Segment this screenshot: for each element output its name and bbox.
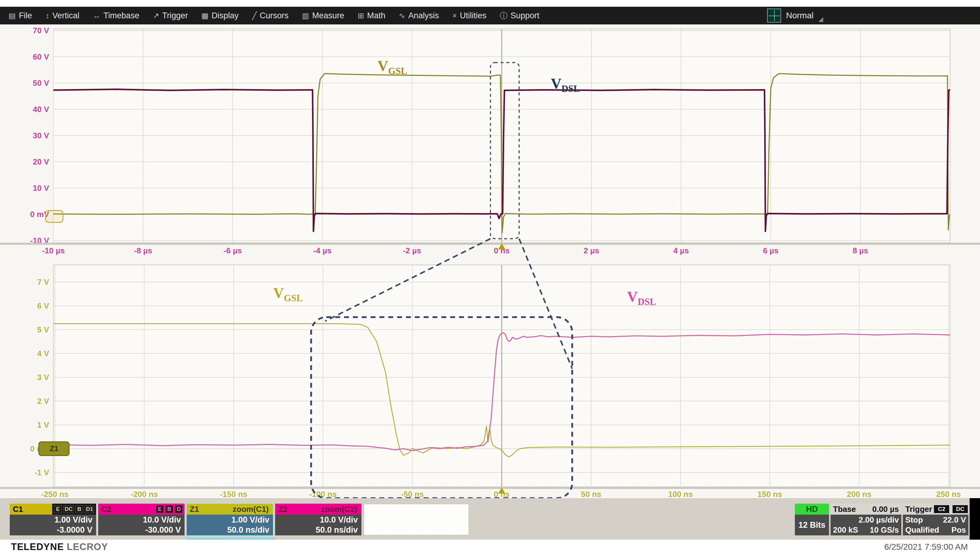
z2-label: Z2 bbox=[275, 505, 287, 514]
trigger-header: Trigger C2DC bbox=[903, 504, 969, 515]
c1-badge-d1: D1 bbox=[85, 505, 94, 513]
menu-analysis[interactable]: ∿Analysis bbox=[399, 11, 439, 21]
menu-label: Cursors bbox=[259, 11, 288, 21]
analysis-icon: ∿ bbox=[399, 11, 406, 20]
menu-label: Timebase bbox=[103, 11, 139, 21]
menu-support[interactable]: ⓘSupport bbox=[500, 11, 539, 21]
timebase-box[interactable]: Tbase 0.00 µs 2.00 µs/div 200 kS 10 GS/s bbox=[830, 504, 901, 535]
hd-label: HD bbox=[795, 504, 829, 515]
trace-label-vdsl-main: VDSL bbox=[551, 75, 580, 94]
vertical-icon: ↕ bbox=[45, 11, 49, 20]
c1-badges: EDCBD1 bbox=[52, 504, 96, 515]
c2-body: 10.0 V/div -30.000 V bbox=[98, 515, 185, 535]
hd-bits: 12 Bits bbox=[795, 515, 829, 535]
z1-selection-underline bbox=[187, 538, 275, 540]
empty-descriptor-slot[interactable] bbox=[364, 504, 469, 535]
c2-volts-per-div: 10.0 V/div bbox=[143, 515, 181, 525]
c2-badge-e: E bbox=[156, 505, 164, 513]
zoom-trace-zero-marker[interactable]: Z1 bbox=[38, 441, 70, 456]
z2-volts-per-div: 10.0 V/div bbox=[320, 515, 358, 525]
display-icon: ▦ bbox=[201, 11, 208, 20]
trigger-box[interactable]: Trigger C2DC Stop 22.0 V Qualified Pos bbox=[903, 504, 969, 535]
c1-offset: -3.0000 V bbox=[57, 525, 92, 535]
menu-vertical[interactable]: ↕Vertical bbox=[45, 11, 79, 21]
z1-body: 1.00 V/div 50.0 ns/div bbox=[187, 515, 273, 535]
trace-label-vdsl-zoom: VDSL bbox=[627, 288, 656, 307]
menu-display[interactable]: ▦Display bbox=[201, 11, 239, 21]
display-mode-button[interactable]: Normal bbox=[767, 7, 823, 24]
measure-icon: ▥ bbox=[302, 11, 309, 20]
tbase-scale: 2.00 µs/div bbox=[859, 515, 899, 525]
descriptor-box-z1[interactable]: Z1 zoom(C1) 1.00 V/div 50.0 ns/div bbox=[187, 504, 273, 535]
z2-function: zoom(C2) bbox=[321, 505, 361, 514]
menu-label: Trigger bbox=[162, 11, 188, 21]
display-mode-label: Normal bbox=[786, 11, 813, 21]
hd-mode-box[interactable]: HD 12 Bits bbox=[795, 504, 829, 535]
c2-badge-b: B bbox=[165, 505, 173, 513]
status-bar: C1 EDCBD1 1.00 V/div -3.0000 V C2 EBD 10… bbox=[0, 498, 980, 540]
z1-time-per-div: 50.0 ns/div bbox=[227, 525, 269, 535]
z1-label: Z1 bbox=[187, 505, 199, 514]
menu-trigger[interactable]: ↗Trigger bbox=[153, 11, 188, 21]
descriptor-box-z2[interactable]: Z2 zoom(C2) 10.0 V/div 50.0 ns/div bbox=[275, 504, 361, 535]
trigger-mode: Stop bbox=[905, 515, 923, 525]
utilities-icon: × bbox=[452, 11, 457, 20]
brand-logo: TELEDYNE LECROY bbox=[11, 541, 108, 552]
descriptor-box-c2[interactable]: C2 EBD 10.0 V/div -30.000 V bbox=[98, 504, 185, 535]
c1-volts-per-div: 1.00 V/div bbox=[54, 515, 92, 525]
tbase-body: 2.00 µs/div 200 kS 10 GS/s bbox=[830, 515, 901, 535]
menu-utilities[interactable]: ×Utilities bbox=[452, 11, 487, 21]
trigger-badge-dc: DC bbox=[953, 505, 968, 513]
trace-label-vgsl-zoom: VGSL bbox=[273, 284, 303, 304]
file-icon: ▤ bbox=[8, 11, 16, 20]
menu-label: Support bbox=[511, 11, 539, 21]
menu-label: Display bbox=[212, 11, 239, 21]
c2-header: C2 EBD bbox=[98, 504, 185, 515]
trigger-badge-c2: C2 bbox=[934, 505, 949, 513]
c2-badges: EBD bbox=[154, 504, 185, 515]
menu-timebase[interactable]: ↔Timebase bbox=[93, 11, 139, 21]
menu-label: Analysis bbox=[409, 11, 439, 21]
footer-bar: TELEDYNE LECROY 6/25/2021 7:59:00 AM bbox=[0, 540, 980, 554]
top-margin bbox=[0, 0, 980, 7]
brand-lecroy: LECROY bbox=[67, 541, 108, 552]
c2-offset: -30.000 V bbox=[145, 525, 181, 535]
timebase-icon: ↔ bbox=[93, 11, 100, 20]
support-icon: ⓘ bbox=[500, 11, 508, 21]
waveform-display-area[interactable] bbox=[0, 24, 980, 498]
c1-badge-e: E bbox=[54, 505, 62, 513]
z2-header: Z2 zoom(C2) bbox=[275, 504, 361, 515]
c2-label: C2 bbox=[98, 505, 111, 514]
trigger-badges: C2DC bbox=[932, 504, 968, 515]
c1-header: C1 EDCBD1 bbox=[10, 504, 96, 515]
trigger-type: Qualified bbox=[905, 525, 939, 535]
timestamp: 6/25/2021 7:59:00 AM bbox=[884, 542, 968, 552]
c1-label: C1 bbox=[10, 505, 23, 514]
menu-cursors[interactable]: ╱Cursors bbox=[252, 11, 288, 21]
menu-file[interactable]: ▤File bbox=[8, 11, 32, 21]
tbase-samples: 200 kS bbox=[833, 525, 858, 535]
cursors-icon: ╱ bbox=[252, 11, 256, 20]
menu-math[interactable]: ⊞Math bbox=[358, 11, 385, 21]
z2-body: 10.0 V/div 50.0 ns/div bbox=[275, 515, 361, 535]
chevron-corner-icon bbox=[818, 17, 823, 22]
brand-teledyne: TELEDYNE bbox=[11, 541, 64, 552]
menu-bar: ▤File↕Vertical↔Timebase↗Trigger▦Display╱… bbox=[0, 7, 980, 24]
trigger-icon: ↗ bbox=[153, 11, 159, 20]
grid-icon bbox=[767, 8, 781, 22]
trigger-label: Trigger bbox=[905, 505, 932, 514]
c1-body: 1.00 V/div -3.0000 V bbox=[10, 515, 96, 535]
z1-volts-per-div: 1.00 V/div bbox=[231, 515, 269, 525]
menu-label: File bbox=[19, 11, 32, 21]
menu-label: Vertical bbox=[52, 11, 80, 21]
descriptor-box-c1[interactable]: C1 EDCBD1 1.00 V/div -3.0000 V bbox=[10, 504, 96, 535]
z2-time-per-div: 50.0 ns/div bbox=[316, 525, 358, 535]
oscilloscope-screen: ▤File↕Vertical↔Timebase↗Trigger▦Display╱… bbox=[0, 0, 980, 554]
menu-measure[interactable]: ▥Measure bbox=[302, 11, 344, 21]
math-icon: ⊞ bbox=[358, 11, 364, 20]
c1-badge-dc: DC bbox=[64, 505, 74, 513]
right-edge-strip bbox=[970, 498, 980, 540]
tbase-offset: 0.00 µs bbox=[872, 505, 899, 514]
trigger-level: 22.0 V bbox=[943, 515, 966, 525]
tbase-header: Tbase 0.00 µs bbox=[830, 504, 901, 515]
